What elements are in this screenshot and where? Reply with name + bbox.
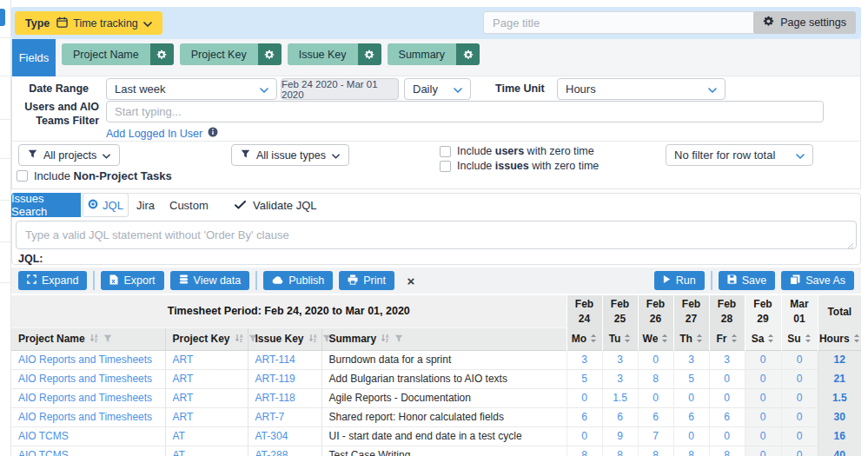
time-cell[interactable]: 5 bbox=[673, 369, 709, 388]
include-users-zero-time-checkbox[interactable]: Include users with zero time bbox=[440, 145, 594, 157]
time-cell[interactable]: 6 bbox=[673, 407, 709, 426]
project-key-link[interactable]: ART bbox=[165, 350, 248, 369]
weekday-header[interactable]: We bbox=[638, 327, 673, 350]
date-range-select[interactable]: Last week bbox=[106, 78, 277, 100]
validate-jql-button[interactable]: Validate JQL bbox=[235, 193, 316, 217]
type-value[interactable]: Time tracking bbox=[56, 17, 152, 30]
weekday-header[interactable]: Fr bbox=[709, 327, 745, 350]
column-header[interactable]: Project KeyAZ bbox=[165, 327, 248, 350]
issue-key-link[interactable]: ART-118 bbox=[248, 388, 321, 407]
gear-icon[interactable] bbox=[258, 43, 282, 65]
column-header[interactable]: SummaryAZ bbox=[321, 327, 567, 350]
hours-header[interactable]: Hours bbox=[818, 327, 861, 350]
weekday-header[interactable]: Th bbox=[673, 327, 709, 350]
time-cell[interactable]: 0 bbox=[567, 388, 602, 407]
tab-custom[interactable]: Custom bbox=[169, 193, 209, 217]
time-cell[interactable]: 0 bbox=[745, 407, 781, 426]
project-link[interactable]: AIO Reports and Timesheets bbox=[11, 388, 165, 407]
time-cell[interactable]: 6 bbox=[602, 407, 638, 426]
weekday-header[interactable]: Tu bbox=[602, 327, 638, 350]
include-issues-zero-time-checkbox[interactable]: Include issues with zero time bbox=[440, 160, 599, 172]
export-button[interactable]: Export bbox=[101, 271, 163, 290]
project-link[interactable]: AIO Reports and Timesheets bbox=[11, 407, 165, 426]
project-key-link[interactable]: AT bbox=[165, 446, 248, 456]
total-cell[interactable]: 40 bbox=[818, 446, 861, 456]
report-type-dropdown[interactable]: Type Time tracking bbox=[15, 11, 162, 35]
time-cell[interactable]: 6 bbox=[567, 407, 602, 426]
date-range-dates-button[interactable]: Feb 24 2020 - Mar 01 2020 bbox=[281, 78, 399, 100]
time-cell[interactable]: 3 bbox=[567, 350, 602, 369]
projects-filter-button[interactable]: All projects bbox=[18, 144, 120, 166]
tab-fields[interactable]: Fields bbox=[12, 39, 56, 76]
time-cell[interactable]: 0 bbox=[709, 426, 745, 446]
time-cell[interactable]: 5 bbox=[567, 369, 602, 388]
time-cell[interactable]: 8 bbox=[602, 446, 638, 456]
time-cell[interactable]: 6 bbox=[638, 407, 673, 426]
field-chip[interactable]: Project Key bbox=[180, 43, 282, 65]
time-cell[interactable]: 0 bbox=[781, 426, 818, 446]
users-filter-input[interactable] bbox=[106, 101, 824, 122]
checkbox-icon[interactable] bbox=[440, 161, 451, 172]
time-cell[interactable]: 7 bbox=[638, 426, 673, 446]
page-title-input[interactable] bbox=[483, 11, 772, 34]
time-cell[interactable]: 0 bbox=[745, 369, 781, 388]
column-header[interactable]: Project NameAZ bbox=[11, 327, 165, 350]
time-cell[interactable]: 1.5 bbox=[602, 388, 638, 407]
time-cell[interactable]: 8 bbox=[638, 369, 673, 388]
gear-icon[interactable] bbox=[150, 43, 174, 65]
time-cell[interactable]: 0 bbox=[638, 350, 673, 369]
time-cell[interactable]: 0 bbox=[781, 369, 818, 388]
issue-key-link[interactable]: ART-119 bbox=[248, 369, 321, 388]
total-cell[interactable]: 30 bbox=[818, 407, 861, 426]
time-cell[interactable]: 0 bbox=[781, 446, 818, 456]
weekday-header[interactable]: Sa bbox=[745, 327, 781, 350]
tab-issues-search[interactable]: Issues Search bbox=[11, 193, 81, 217]
project-link[interactable]: AIO Reports and Timesheets bbox=[11, 350, 165, 369]
tab-jql[interactable]: JQL bbox=[83, 193, 129, 217]
column-header[interactable]: Issue KeyAZ bbox=[248, 327, 321, 350]
issue-key-link[interactable]: ART-114 bbox=[248, 350, 321, 369]
issue-key-link[interactable]: ART-7 bbox=[248, 407, 321, 426]
issue-key-link[interactable]: AT-288 bbox=[248, 446, 321, 456]
time-cell[interactable]: 0 bbox=[709, 369, 745, 388]
project-link[interactable]: AIO TCMS bbox=[11, 446, 165, 456]
time-cell[interactable]: 0 bbox=[745, 426, 781, 446]
time-cell[interactable]: 6 bbox=[709, 407, 745, 426]
issue-key-link[interactable]: AT-304 bbox=[248, 426, 321, 446]
time-cell[interactable]: 3 bbox=[709, 350, 745, 369]
project-link[interactable]: AIO TCMS bbox=[11, 426, 165, 446]
total-cell[interactable]: 21 bbox=[818, 369, 861, 388]
total-cell[interactable]: 16 bbox=[818, 426, 861, 446]
time-cell[interactable]: 0 bbox=[638, 388, 673, 407]
print-button[interactable]: Print bbox=[339, 271, 394, 290]
time-cell[interactable]: 0 bbox=[781, 350, 818, 369]
field-chip[interactable]: Summary bbox=[388, 43, 480, 65]
granularity-select[interactable]: Daily bbox=[404, 78, 471, 100]
project-key-link[interactable]: ART bbox=[165, 388, 248, 407]
publish-button[interactable]: Publish bbox=[263, 271, 333, 290]
weekday-header[interactable]: Mo bbox=[567, 327, 602, 350]
project-link[interactable]: AIO Reports and Timesheets bbox=[11, 369, 165, 388]
jql-input[interactable] bbox=[16, 221, 857, 249]
project-key-link[interactable]: AT bbox=[165, 426, 248, 446]
include-non-project-tasks-checkbox[interactable]: Include Non-Project Tasks bbox=[17, 169, 172, 182]
time-cell[interactable]: 0 bbox=[673, 388, 709, 407]
time-cell[interactable]: 0 bbox=[745, 446, 781, 456]
time-cell[interactable]: 0 bbox=[673, 426, 709, 446]
run-button[interactable]: Run bbox=[654, 271, 705, 290]
time-cell[interactable]: 8 bbox=[709, 446, 745, 456]
page-settings-button[interactable]: Page settings bbox=[753, 11, 856, 34]
save-as-button[interactable]: Save As bbox=[781, 271, 854, 290]
time-cell[interactable]: 0 bbox=[745, 350, 781, 369]
checkbox-icon[interactable] bbox=[17, 170, 28, 182]
total-cell[interactable]: 12 bbox=[818, 350, 861, 369]
tab-jira[interactable]: Jira bbox=[136, 193, 155, 217]
time-cell[interactable]: 0 bbox=[567, 426, 602, 446]
checkbox-icon[interactable] bbox=[440, 146, 451, 157]
time-cell[interactable]: 3 bbox=[602, 350, 638, 369]
time-cell[interactable]: 3 bbox=[602, 369, 638, 388]
time-cell[interactable]: 0 bbox=[709, 388, 745, 407]
gear-icon[interactable] bbox=[456, 43, 480, 65]
project-key-link[interactable]: ART bbox=[165, 369, 248, 388]
row-total-filter-select[interactable]: No filter for row total bbox=[666, 144, 813, 166]
